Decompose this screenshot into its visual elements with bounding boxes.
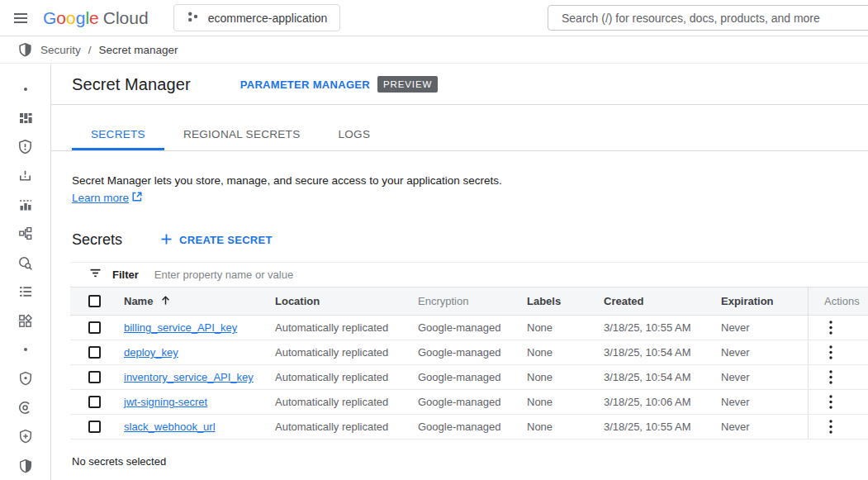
page-header: Secret Manager PARAMETER MANAGER PREVIEW — [51, 64, 868, 105]
sidebar-item-risk[interactable] — [9, 161, 42, 190]
column-header-encryption: Encryption — [418, 295, 527, 307]
secret-link[interactable]: slack_webhook_url — [124, 421, 216, 433]
create-secret-button[interactable]: CREATE SECRET — [160, 233, 273, 248]
row-checkbox[interactable] — [88, 396, 101, 408]
shield-dot-icon — [18, 371, 33, 386]
search-input[interactable] — [548, 6, 868, 30]
dot-icon — [17, 341, 34, 358]
sort-ascending-icon — [160, 295, 171, 308]
project-name: ecommerce-application — [208, 12, 328, 25]
sidebar-item-security[interactable] — [9, 451, 42, 480]
sidebar-item-analytics[interactable] — [9, 190, 42, 219]
top-app-bar: Google Cloud ecommerce-application — [0, 0, 868, 36]
select-all-checkbox[interactable] — [88, 295, 101, 307]
external-link-icon — [132, 190, 142, 207]
breadcrumb: Security / Secret manager — [0, 36, 868, 64]
learn-more-link[interactable]: Learn more — [72, 190, 142, 207]
column-header-created[interactable]: Created — [604, 295, 721, 307]
security-shield-icon — [18, 42, 32, 57]
sidebar-item-shield-check[interactable] — [9, 364, 42, 393]
sidebar-item-compliance[interactable] — [9, 393, 42, 422]
page-description: Secret Manager lets you store, manage, a… — [72, 173, 868, 207]
table-header-row: Name Location Encryption Labels Created … — [70, 288, 868, 316]
secrets-heading: Secrets — [72, 231, 122, 249]
row-actions-menu-icon[interactable] — [824, 319, 837, 336]
row-checkbox[interactable] — [88, 346, 101, 359]
globe-search-icon — [17, 255, 33, 271]
sidebar-item-dot-2[interactable] — [9, 335, 42, 364]
column-header-name[interactable]: Name — [124, 295, 275, 308]
row-actions-menu-icon[interactable] — [824, 368, 837, 386]
google-cloud-logo[interactable]: Google Cloud — [43, 8, 149, 28]
table-row: jwt-signing-secret Automatically replica… — [70, 390, 868, 415]
left-nav-rail — [0, 64, 51, 480]
sidebar-item-hierarchy[interactable] — [9, 219, 42, 248]
main-content: Secret Manager PARAMETER MANAGER PREVIEW… — [51, 64, 868, 480]
row-actions-menu-icon[interactable] — [824, 418, 837, 435]
filter-input[interactable] — [154, 269, 868, 281]
breadcrumb-secret-manager: Secret manager — [99, 44, 178, 56]
row-checkbox[interactable] — [88, 321, 101, 334]
tab-secrets[interactable]: SECRETS — [72, 121, 164, 150]
tab-bar: SECRETS REGIONAL SECRETS LOGS — [51, 105, 868, 151]
row-checkbox[interactable] — [88, 421, 101, 433]
preview-badge: PREVIEW — [377, 76, 438, 93]
shield-alert-icon — [17, 139, 33, 154]
tab-logs[interactable]: LOGS — [319, 121, 389, 150]
table-row: slack_webhook_url Automatically replicat… — [70, 415, 868, 440]
dot-icon — [17, 81, 34, 97]
search-bar — [548, 5, 868, 31]
filter-bar[interactable]: Filter — [70, 263, 868, 288]
secret-manager-icon — [17, 110, 34, 126]
filter-icon — [88, 266, 102, 283]
project-icon — [187, 11, 199, 26]
column-header-location[interactable]: Location — [275, 295, 418, 307]
sidebar-item-web-scanner[interactable] — [9, 248, 42, 277]
blocks-diamond-icon — [17, 313, 33, 329]
tray-alert-icon — [17, 168, 33, 183]
hierarchy-icon — [17, 226, 33, 241]
menu-icon[interactable] — [12, 9, 30, 27]
table-row: deploy_key Automatically replicated Goog… — [70, 340, 868, 365]
secret-link[interactable]: billing_service_API_key — [124, 321, 237, 334]
description-text: Secret Manager lets you store, manage, a… — [72, 173, 868, 189]
plus-icon — [160, 233, 173, 248]
row-actions-menu-icon[interactable] — [824, 393, 837, 411]
tab-regional-secrets[interactable]: REGIONAL SECRETS — [164, 121, 320, 150]
filter-label: Filter — [112, 269, 139, 281]
sidebar-item-overview[interactable] — [9, 74, 42, 103]
target-circle-icon — [17, 400, 33, 416]
secret-link[interactable]: deploy_key — [124, 346, 178, 359]
row-actions-menu-icon[interactable] — [824, 344, 837, 361]
sidebar-item-shield-plus[interactable] — [9, 422, 42, 451]
secrets-section-header: Secrets CREATE SECRET — [72, 231, 868, 249]
parameter-manager-link[interactable]: PARAMETER MANAGER — [240, 78, 370, 91]
page-title: Secret Manager — [72, 75, 191, 94]
secret-link[interactable]: jwt-signing-secret — [124, 396, 207, 408]
sidebar-item-workloads[interactable] — [9, 307, 42, 335]
breadcrumb-security[interactable]: Security — [40, 44, 81, 56]
project-selector[interactable]: ecommerce-application — [173, 4, 341, 31]
secrets-table: Filter Name Location Encryption Labels C… — [70, 262, 868, 440]
column-header-labels[interactable]: Labels — [527, 295, 604, 307]
secret-link[interactable]: inventory_service_API_key — [124, 371, 254, 383]
column-header-expiration[interactable]: Expiration — [721, 295, 808, 307]
row-checkbox[interactable] — [88, 371, 101, 383]
table-row: inventory_service_API_key Automatically … — [70, 365, 868, 390]
column-header-actions: Actions — [808, 288, 868, 315]
shield-half-icon — [18, 459, 33, 473]
chart-icon — [17, 197, 34, 213]
table-row: billing_service_API_key Automatically re… — [70, 316, 868, 340]
sidebar-item-alerts[interactable] — [9, 132, 42, 161]
sidebar-item-findings-list[interactable] — [9, 278, 42, 307]
list-icon — [17, 283, 34, 300]
shield-plus-icon — [18, 429, 33, 444]
selection-status: No secrets selected — [72, 455, 868, 468]
sidebar-item-secret-manager[interactable] — [9, 103, 42, 132]
